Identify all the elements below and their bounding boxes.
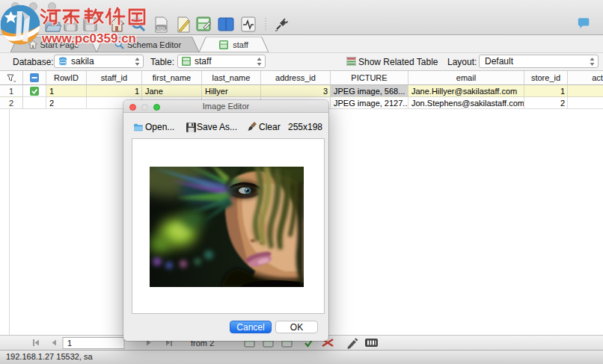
svg-text:1: 1 [67,339,72,348]
svg-text:SQL: SQL [156,26,166,31]
